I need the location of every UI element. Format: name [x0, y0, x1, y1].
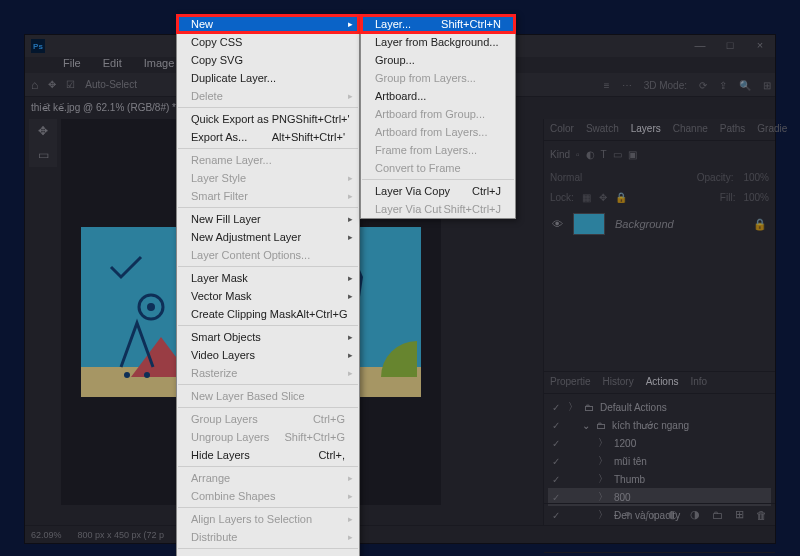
- move-tool-icon[interactable]: ✥: [48, 79, 56, 90]
- menu-hide-layers[interactable]: Hide LayersCtrl+,: [177, 446, 359, 464]
- tab-swatches[interactable]: Swatch: [580, 119, 625, 140]
- menu-export-as[interactable]: Export As...Alt+Shift+Ctrl+': [177, 128, 359, 146]
- share-icon[interactable]: ⇪: [719, 80, 727, 91]
- menu-clipping-mask[interactable]: Create Clipping MaskAlt+Ctrl+G: [177, 305, 359, 323]
- action-item[interactable]: ✓〉Thumb: [548, 470, 771, 488]
- layer-name: Background: [615, 218, 674, 230]
- tab-patterns[interactable]: Pattern: [793, 119, 800, 140]
- fx-icon[interactable]: ƒx: [644, 509, 656, 521]
- shortcut: Ctrl+J: [472, 185, 501, 197]
- menu-quick-export[interactable]: Quick Export as PNGShift+Ctrl+': [177, 110, 359, 128]
- folder-icon: 🗀: [596, 420, 606, 431]
- menu-arrange: Arrange: [177, 469, 359, 487]
- maximize-button[interactable]: □: [715, 35, 745, 55]
- tab-actions[interactable]: Actions: [640, 372, 685, 393]
- menu-new-adjustment-layer[interactable]: New Adjustment Layer: [177, 228, 359, 246]
- doc-dims: 800 px x 450 px (72 p: [78, 530, 165, 540]
- filter-type-icon[interactable]: T: [601, 149, 607, 160]
- lock-position-icon[interactable]: ✥: [599, 192, 607, 203]
- tab-gradients[interactable]: Gradie: [751, 119, 793, 140]
- submenu-frame-from-layers: Frame from Layers...: [361, 141, 515, 159]
- submenu-group[interactable]: Group...: [361, 51, 515, 69]
- menu-layer-based-slice: New Layer Based Slice: [177, 387, 359, 405]
- svg-point-9: [144, 372, 150, 378]
- filter-smart-icon[interactable]: ▣: [628, 149, 637, 160]
- tool-marquee-icon[interactable]: ▭: [29, 143, 57, 167]
- lock-icon: 🔒: [753, 218, 767, 231]
- shortcut: Ctrl+,: [318, 449, 345, 461]
- tab-color[interactable]: Color: [544, 119, 580, 140]
- action-set[interactable]: ✓〉🗀Default Actions: [548, 398, 771, 416]
- tool-move-icon[interactable]: ✥: [29, 119, 57, 143]
- tab-channels[interactable]: Channe: [667, 119, 714, 140]
- lock-all-icon[interactable]: 🔒: [615, 192, 627, 203]
- lock-fill-bar: Lock: ▦ ✥ 🔒 Fill: 100%: [544, 187, 775, 207]
- submenu-layer-from-background[interactable]: Layer from Background...: [361, 33, 515, 51]
- workspace-icon[interactable]: ⊞: [763, 80, 771, 91]
- opacity-value[interactable]: 100%: [743, 172, 769, 183]
- menu-new[interactable]: New: [177, 15, 359, 33]
- submenu-convert-to-frame: Convert to Frame: [361, 159, 515, 177]
- new-layer-icon[interactable]: ⊞: [735, 508, 744, 521]
- close-button[interactable]: ×: [745, 35, 775, 55]
- tab-history[interactable]: History: [597, 372, 640, 393]
- action-item[interactable]: ✓〉mũi tên: [548, 452, 771, 470]
- menu-copy-css[interactable]: Copy CSS: [177, 33, 359, 51]
- menu-distribute: Distribute: [177, 528, 359, 546]
- tab-layers[interactable]: Layers: [625, 119, 667, 140]
- menu-group-layers: Group LayersCtrl+G: [177, 410, 359, 428]
- menu-copy-svg[interactable]: Copy SVG: [177, 51, 359, 69]
- adjust-icon[interactable]: ◑: [690, 508, 700, 521]
- menu-vector-mask[interactable]: Vector Mask: [177, 287, 359, 305]
- action-label: mũi tên: [614, 456, 647, 467]
- submenu-layer-via-copy[interactable]: Layer Via CopyCtrl+J: [361, 182, 515, 200]
- window-controls: — □ ×: [685, 35, 775, 55]
- action-set-label: Default Actions: [600, 402, 667, 413]
- photoshop-icon: Ps: [31, 39, 45, 53]
- minimize-button[interactable]: —: [685, 35, 715, 55]
- fill-label: Fill:: [720, 192, 736, 203]
- menu-file[interactable]: File: [59, 55, 85, 71]
- menu-duplicate-layer[interactable]: Duplicate Layer...: [177, 69, 359, 87]
- menu-layer-mask[interactable]: Layer Mask: [177, 269, 359, 287]
- action-item[interactable]: ✓⌄🗀kích thước ngang: [548, 416, 771, 434]
- document-tab[interactable]: thiết kế.jpg @ 62.1% (RGB/8#) *: [25, 97, 176, 117]
- menu-edit[interactable]: Edit: [99, 55, 126, 71]
- tab-properties[interactable]: Propertie: [544, 372, 597, 393]
- group-icon[interactable]: 🗀: [712, 509, 723, 521]
- folder-icon: 🗀: [584, 402, 594, 413]
- menu-lock-layers: Lock Layers...: [177, 551, 359, 556]
- lock-pixels-icon[interactable]: ▦: [582, 192, 591, 203]
- filter-image-icon[interactable]: ▫: [576, 149, 580, 160]
- search-icon[interactable]: 🔍: [739, 80, 751, 91]
- fill-value[interactable]: 100%: [743, 192, 769, 203]
- trash-icon[interactable]: 🗑: [756, 509, 767, 521]
- shortcut: Alt+Ctrl+G: [296, 308, 347, 320]
- menu-video-layers[interactable]: Video Layers: [177, 346, 359, 364]
- auto-select-check[interactable]: ☑: [66, 79, 75, 90]
- shortcut: Shift+Ctrl+N: [441, 18, 501, 30]
- submenu-artboard[interactable]: Artboard...: [361, 87, 515, 105]
- link-icon[interactable]: ⚭: [623, 508, 632, 521]
- tab-info[interactable]: Info: [685, 372, 714, 393]
- submenu-artboard-from-layers: Artboard from Layers...: [361, 123, 515, 141]
- filter-shape-icon[interactable]: ▭: [613, 149, 622, 160]
- orbit-icon[interactable]: ⟳: [699, 80, 707, 91]
- home-icon[interactable]: ⌂: [31, 78, 38, 92]
- mask-icon[interactable]: ◐: [668, 508, 678, 521]
- action-item[interactable]: ✓〉1200: [548, 434, 771, 452]
- kind-label: Kind: [550, 149, 570, 160]
- tab-paths[interactable]: Paths: [714, 119, 752, 140]
- filter-adjust-icon[interactable]: ◐: [586, 149, 595, 160]
- layer-row-background[interactable]: 👁 Background 🔒: [544, 207, 775, 241]
- menu-smart-objects[interactable]: Smart Objects: [177, 328, 359, 346]
- zoom-level[interactable]: 62.09%: [31, 530, 62, 540]
- blend-mode[interactable]: Normal: [550, 172, 582, 183]
- align-icon[interactable]: ≡: [604, 80, 610, 91]
- menu-new-fill-layer[interactable]: New Fill Layer: [177, 210, 359, 228]
- visibility-icon[interactable]: 👁: [552, 218, 563, 230]
- lock-label: Lock:: [550, 192, 574, 203]
- submenu-layer[interactable]: Layer...Shift+Ctrl+N: [361, 15, 515, 33]
- distribute-icon[interactable]: ⋯: [622, 80, 632, 91]
- menu-image[interactable]: Image: [140, 55, 179, 71]
